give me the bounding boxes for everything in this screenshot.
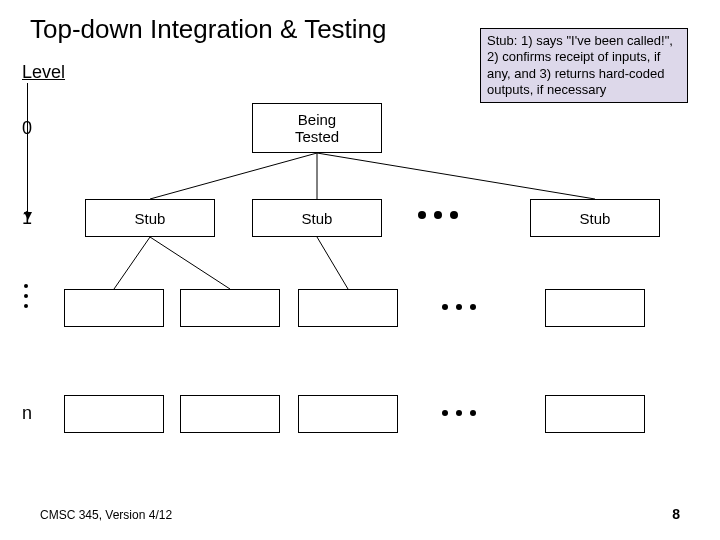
ellipsis-icon [442,410,476,416]
slide: Top-down Integration & Testing Level Stu… [0,0,720,540]
level-heading: Level [22,62,65,83]
svg-line-3 [114,237,150,289]
svg-line-4 [150,237,230,289]
footer-page-number: 8 [672,506,680,522]
svg-line-0 [150,153,317,199]
svg-line-2 [317,153,595,199]
page-title: Top-down Integration & Testing [30,14,387,45]
footer-course: CMSC 345, Version 4/12 [40,508,172,522]
stub-box: Stub [85,199,215,237]
svg-line-5 [317,237,348,289]
stub-box: Stub [252,199,382,237]
ellipsis-icon [418,211,458,219]
empty-box [64,289,164,327]
empty-box [545,395,645,433]
ellipsis-icon [442,304,476,310]
being-tested-box: Being Tested [252,103,382,153]
empty-box [64,395,164,433]
empty-box [545,289,645,327]
level-n-label: n [22,403,32,424]
level-arrow-icon [27,83,28,219]
stub-definition-callout: Stub: 1) says "I've been called!", 2) co… [480,28,688,103]
empty-box [180,395,280,433]
level-ellipsis-vertical [24,278,28,314]
stub-box: Stub [530,199,660,237]
empty-box [180,289,280,327]
empty-box [298,395,398,433]
empty-box [298,289,398,327]
